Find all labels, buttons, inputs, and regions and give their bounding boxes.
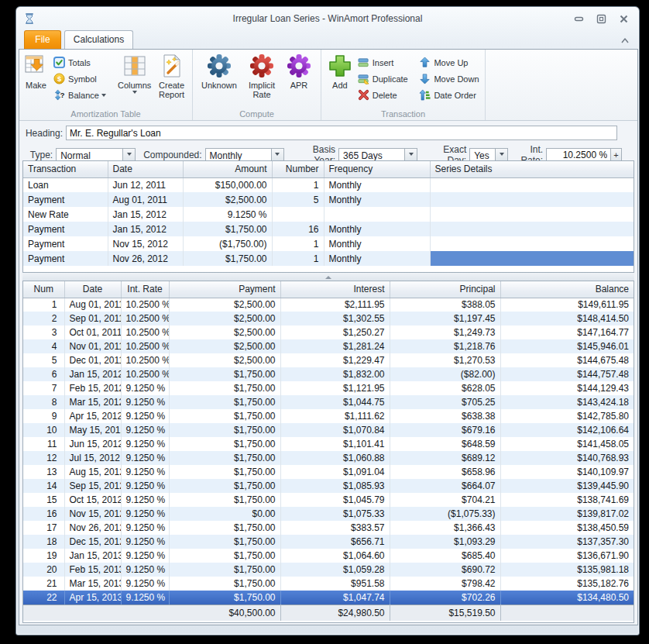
cell[interactable]: 9.1250 % [121,493,169,507]
cell[interactable]: 9.1250 % [121,381,169,395]
table-row[interactable]: 5Dec 01, 201110.2500 %$2,500.00$1,229.47… [23,353,634,367]
cell[interactable]: $140,109.97 [500,465,634,479]
cell[interactable]: Feb 15, 2013 [64,563,121,577]
cell[interactable]: 9.1250 % [183,207,272,222]
cell[interactable]: $2,111.95 [280,298,390,312]
delete-button[interactable]: Delete [355,87,417,103]
column-header-payment[interactable]: Payment [169,281,280,298]
table-row[interactable]: 18Dec 15, 20129.1250 %$1,750.00$656.71$1… [23,535,634,549]
cell[interactable]: $1,070.84 [280,423,390,437]
table-row[interactable]: New RateJan 15, 20129.1250 % [23,207,634,222]
cell[interactable]: 9.1250 % [121,423,169,437]
table-row[interactable]: 20Feb 15, 20139.1250 %$1,750.00$1,059.28… [23,563,634,577]
cell[interactable]: $1,085.93 [280,479,390,493]
cell[interactable]: $1,101.41 [280,437,390,451]
cell[interactable]: $136,671.90 [500,549,634,563]
cell[interactable]: $145,946.01 [500,339,634,353]
cell[interactable]: 12 [23,451,64,465]
table-row[interactable]: 7Feb 15, 20129.1250 %$1,750.00$1,121.95$… [23,381,634,395]
table-row[interactable]: 8Mar 15, 20129.1250 %$1,750.00$1,044.75$… [23,395,634,409]
cell[interactable]: 5 [272,192,324,207]
cell[interactable]: 10.2500 % [121,325,169,339]
cell[interactable]: $140,768.93 [500,451,634,465]
cell[interactable]: 4 [23,339,64,353]
move-up-button[interactable]: Move Up [417,54,483,71]
cell[interactable]: 3 [23,325,64,339]
cell[interactable]: 10.2500 % [121,339,169,353]
cell[interactable]: Jun 12, 2011 [108,177,183,192]
cell[interactable]: $628.05 [390,381,500,395]
cell[interactable]: $1,750.00 [169,521,280,535]
cell[interactable]: $144,757.48 [500,367,634,381]
table-row[interactable]: 17Nov 26, 20129.1250 %$1,750.00$383.57$1… [23,521,634,535]
cell[interactable] [430,177,634,192]
close-button[interactable] [617,13,630,25]
cell[interactable]: $705.25 [390,395,500,409]
cell[interactable]: $690.72 [390,563,500,577]
table-row[interactable]: PaymentAug 01, 2011$2,500.005Monthly [23,192,634,207]
cell[interactable]: 7 [23,381,64,395]
cell[interactable]: 10.2500 % [121,312,169,325]
cell[interactable]: ($1,075.33) [390,507,500,521]
cell[interactable]: Jul 15, 2012 [64,451,121,465]
cell[interactable]: Monthly [324,222,430,236]
table-row[interactable]: PaymentNov 26, 2012$1,750.001Monthly [23,251,634,266]
cell[interactable]: 9.1250 % [121,591,169,604]
cell[interactable]: 21 [23,577,64,591]
cell[interactable]: $142,106.64 [500,423,634,437]
cell[interactable]: $1,111.62 [280,409,390,423]
tab-file[interactable]: File [24,30,61,49]
cell[interactable]: $664.07 [390,479,500,493]
column-header-amount[interactable]: Amount [183,161,272,177]
table-row[interactable]: 10May 15, 20129.1250 %$1,750.00$1,070.84… [23,423,634,437]
cell[interactable]: Apr 15, 2013 [64,591,121,604]
cell[interactable]: Payment [23,251,108,266]
cell[interactable]: $1,750.00 [169,367,280,381]
cell[interactable]: $144,129.43 [500,381,634,395]
cell[interactable]: 5 [23,353,64,367]
restore-button[interactable] [595,13,607,25]
cell[interactable]: Nov 15, 2012 [108,236,183,251]
cell[interactable]: Apr 15, 2012 [64,409,121,423]
insert-button[interactable]: Insert [355,54,417,71]
cell[interactable]: $147,164.77 [500,325,634,339]
cell[interactable]: $1,270.53 [390,353,500,367]
cell[interactable]: 9.1250 % [121,521,169,535]
cell[interactable]: 10.2500 % [121,298,169,312]
cell[interactable]: Monthly [324,177,430,192]
cell[interactable]: 13 [23,465,64,479]
cell[interactable]: $1,093.29 [390,535,500,549]
cell[interactable]: 9.1250 % [121,577,169,591]
title-bar[interactable]: Irregular Loan Series - WinAmort Profess… [16,7,639,30]
unknown-button[interactable]: Unknown [197,52,241,90]
cell[interactable]: ($1,750.00) [183,236,272,251]
cell[interactable]: Sep 01, 2011 [64,312,121,325]
cell[interactable]: Jan 15, 2012 [108,222,183,236]
table-row[interactable]: 11Jun 15, 20129.1250 %$1,750.00$1,101.41… [23,437,634,451]
table-row[interactable]: 14Sep 15, 20129.1250 %$1,750.00$1,085.93… [23,479,634,493]
cell[interactable]: 9.1250 % [121,479,169,493]
cell[interactable]: Aug 01, 2011 [108,192,183,207]
cell[interactable]: $1,750.00 [169,437,280,451]
cell[interactable]: Nov 01, 2011 [64,339,121,353]
heading-input[interactable] [66,126,617,140]
cell[interactable]: $1,060.88 [280,451,390,465]
cell[interactable]: 18 [23,535,64,549]
cell[interactable]: 16 [23,507,64,521]
table-row[interactable]: 1Aug 01, 201110.2500 %$2,500.00$2,111.95… [23,298,634,312]
cell[interactable]: 15 [23,493,64,507]
cell[interactable]: $388.05 [390,298,500,312]
cell[interactable]: $1,750.00 [169,577,280,591]
column-header-interest[interactable]: Interest [280,281,390,298]
table-row[interactable]: 19Jan 15, 20139.1250 %$1,750.00$1,064.60… [23,549,634,563]
cell[interactable]: $2,500.00 [183,192,272,207]
symbol-button[interactable]: $ Symbol [51,71,116,87]
cell[interactable]: $138,450.59 [500,521,634,535]
cell[interactable]: $658.96 [390,465,500,479]
cell[interactable]: $1,750.00 [169,451,280,465]
implicit-rate-button[interactable]: Implicit Rate [241,52,283,99]
tab-calculations[interactable]: Calculations [64,30,133,49]
column-header-balance[interactable]: Balance [500,281,634,298]
cell[interactable]: $689.12 [390,451,500,465]
cell[interactable]: $1,750.00 [169,591,280,604]
